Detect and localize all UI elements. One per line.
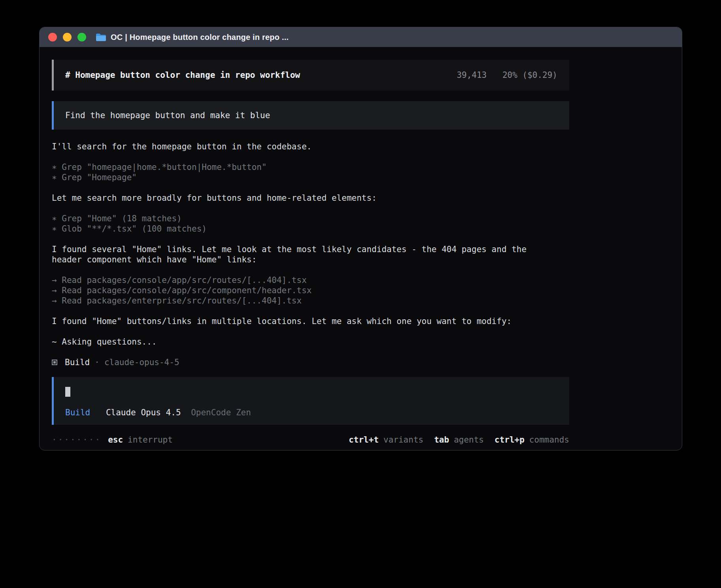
assistant-text-found: I found "Home" buttons/links in multiple…: [52, 316, 558, 326]
model-status-line: Build Claude Opus 4.5 OpenCode Zen: [65, 407, 557, 418]
agent-build-icon: [52, 360, 57, 365]
model-name[interactable]: Claude Opus 4.5: [106, 408, 181, 417]
context-cost: 20% ($0.29): [502, 70, 557, 80]
hint-key-ctrl-p: ctrl+p: [495, 435, 525, 445]
spinner-dots: ········: [52, 435, 101, 445]
hint-variants: ctrl+tvariants: [349, 435, 423, 445]
session-header: # Homepage button color change in repo w…: [52, 60, 569, 90]
session-title: # Homepage button color change in repo w…: [65, 70, 300, 80]
hint-key-esc: esc: [108, 435, 123, 445]
folder-icon: [96, 33, 106, 41]
tool-calls-group-2: ∗ Grep "Home" (18 matches) ∗ Glob "**/*.…: [52, 213, 569, 234]
tool-calls-reads: → Read packages/console/app/src/routes/[…: [52, 275, 569, 306]
assistant-text-broaden: Let me search more broadly for buttons a…: [52, 193, 558, 203]
zoom-button[interactable]: [77, 33, 86, 41]
statusbar: ········ escinterrupt ctrl+tvariants tab…: [52, 435, 569, 445]
minimize-button[interactable]: [63, 33, 72, 41]
terminal-content: # Homepage button color change in repo w…: [40, 47, 682, 445]
tool-call-read: → Read packages/console/app/src/routes/[…: [52, 275, 569, 285]
terminal-window: OC | Homepage button color change in rep…: [39, 27, 682, 450]
tool-call-grep: ∗ Grep "homepage|home.*button|Home.*butt…: [52, 162, 569, 172]
title-wrap: OC | Homepage button color change in rep…: [96, 33, 289, 42]
working-status: ~ Asking questions...: [52, 337, 569, 347]
hint-label-interrupt: interrupt: [128, 435, 173, 445]
hint-label-agents: agents: [454, 435, 484, 445]
hint-interrupt: escinterrupt: [108, 435, 173, 445]
text-cursor: [65, 387, 70, 397]
tui-column: # Homepage button color change in repo w…: [52, 60, 569, 445]
titlebar[interactable]: OC | Homepage button color change in rep…: [40, 27, 682, 47]
tool-call-read: → Read packages/enterprise/src/routes/[.…: [52, 296, 569, 306]
agent-name: Build: [65, 357, 90, 368]
hint-key-ctrl-t: ctrl+t: [349, 435, 379, 445]
user-message: Find the homepage button and make it blu…: [52, 101, 569, 130]
agent-line: Build · claude-opus-4-5: [52, 357, 569, 368]
tool-call-read: → Read packages/console/app/src/componen…: [52, 285, 569, 296]
tool-call-glob: ∗ Glob "**/*.tsx" (100 matches): [52, 224, 569, 234]
tool-calls-group-1: ∗ Grep "homepage|home.*button|Home.*butt…: [52, 162, 569, 183]
hint-key-tab: tab: [434, 435, 449, 445]
prompt-cursor-line[interactable]: [65, 387, 557, 397]
token-count: 39,413: [457, 70, 487, 80]
tool-call-grep: ∗ Grep "Home" (18 matches): [52, 213, 569, 224]
mode-label[interactable]: Build: [65, 408, 90, 417]
tool-call-grep: ∗ Grep "Homepage": [52, 172, 569, 183]
assistant-text-candidates: I found several "Home" links. Let me loo…: [52, 244, 558, 265]
session-stats: 39,413 20% ($0.29): [457, 70, 557, 80]
prompt-input[interactable]: Build Claude Opus 4.5 OpenCode Zen: [52, 377, 569, 425]
close-button[interactable]: [48, 33, 57, 41]
hint-label-variants: variants: [383, 435, 423, 445]
statusbar-left: ········ escinterrupt: [52, 435, 173, 445]
hint-agents: tabagents: [434, 435, 484, 445]
provider-name: OpenCode Zen: [191, 408, 251, 417]
assistant-text-intro: I'll search for the homepage button in t…: [52, 141, 558, 152]
traffic-lights: [48, 33, 86, 41]
hint-label-commands: commands: [529, 435, 569, 445]
agent-model: claude-opus-4-5: [104, 357, 179, 368]
window-title: OC | Homepage button color change in rep…: [111, 33, 289, 42]
agent-separator: ·: [94, 357, 100, 368]
hint-commands: ctrl+pcommands: [495, 435, 569, 445]
user-message-text: Find the homepage button and make it blu…: [65, 111, 270, 120]
statusbar-hints: ctrl+tvariants tabagents ctrl+pcommands: [349, 435, 569, 445]
